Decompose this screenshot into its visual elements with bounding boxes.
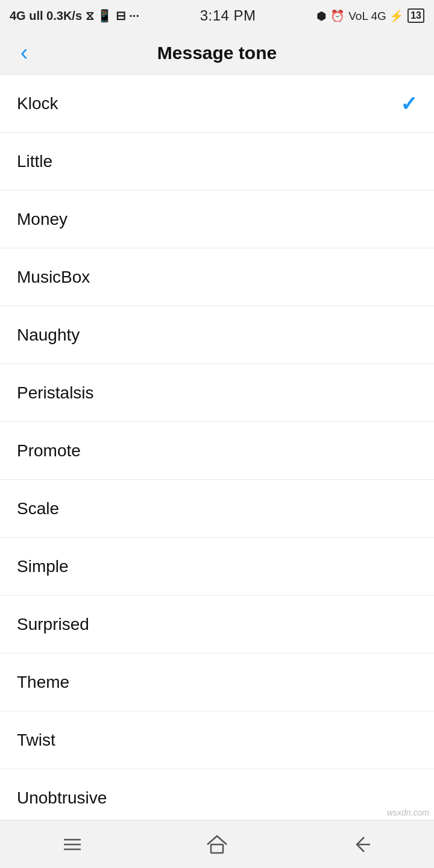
battery-indicator: 13: [407, 8, 424, 23]
list-item[interactable]: Simple: [0, 538, 434, 596]
tone-list: Klock✓LittleMoneyMusicBoxNaughtyPeristal…: [0, 75, 434, 827]
back-icon[interactable]: ‹: [20, 40, 28, 66]
tone-label: MusicBox: [17, 268, 90, 287]
list-item[interactable]: Surprised: [0, 596, 434, 653]
list-item[interactable]: Promote: [0, 422, 434, 480]
list-item[interactable]: Little: [0, 133, 434, 190]
list-item[interactable]: Money: [0, 190, 434, 248]
list-item[interactable]: MusicBox: [0, 248, 434, 306]
tone-label: Money: [17, 210, 68, 229]
selected-checkmark: ✓: [400, 92, 417, 116]
navigation-bar: [0, 820, 434, 868]
tone-label: Promote: [17, 441, 81, 461]
tone-label: Unobtrusive: [17, 788, 107, 808]
back-nav-icon[interactable]: [344, 826, 380, 863]
back-arrow-icon: [351, 834, 373, 855]
list-item[interactable]: Naughty: [0, 306, 434, 364]
alarm-icon: ⏰: [330, 9, 345, 23]
home-nav-icon[interactable]: [199, 826, 235, 863]
tone-label: Little: [17, 152, 52, 171]
list-item[interactable]: Klock✓: [0, 75, 434, 133]
tone-label: Simple: [17, 557, 69, 576]
list-item[interactable]: Twist: [0, 711, 434, 769]
svg-rect-3: [211, 844, 223, 853]
status-left: 4G ull 0.3K/s ⧖ 📱 ⊟ ···: [10, 8, 139, 23]
list-item[interactable]: Peristalsis: [0, 364, 434, 422]
signal-icons: VoL 4G ⚡: [348, 9, 404, 23]
page-title: Message tone: [157, 43, 277, 63]
list-item[interactable]: Theme: [0, 653, 434, 711]
menu-nav-icon[interactable]: [54, 826, 90, 863]
tone-label: Twist: [17, 731, 55, 750]
bluetooth-icon: ⬢: [316, 9, 327, 23]
tone-label: Theme: [17, 673, 69, 692]
tone-label: Surprised: [17, 615, 89, 634]
status-bar: 4G ull 0.3K/s ⧖ 📱 ⊟ ··· 3:14 PM ⬢ ⏰ VoL …: [0, 0, 434, 31]
header: ‹ Message tone: [0, 31, 434, 75]
back-button[interactable]: ‹: [10, 39, 39, 68]
status-time: 3:14 PM: [200, 7, 256, 24]
home-icon: [206, 834, 228, 855]
network-info: 4G ull 0.3K/s ⧖ 📱 ⊟ ···: [10, 8, 139, 23]
tone-label: Scale: [17, 499, 59, 518]
list-item[interactable]: Unobtrusive: [0, 769, 434, 827]
hamburger-icon: [61, 834, 83, 855]
tone-label: Peristalsis: [17, 383, 94, 403]
tone-label: Klock: [17, 94, 58, 113]
list-item[interactable]: Scale: [0, 480, 434, 538]
watermark: wsxdn.com: [387, 808, 429, 817]
tone-label: Naughty: [17, 326, 80, 345]
status-right: ⬢ ⏰ VoL 4G ⚡ 13: [316, 8, 424, 23]
